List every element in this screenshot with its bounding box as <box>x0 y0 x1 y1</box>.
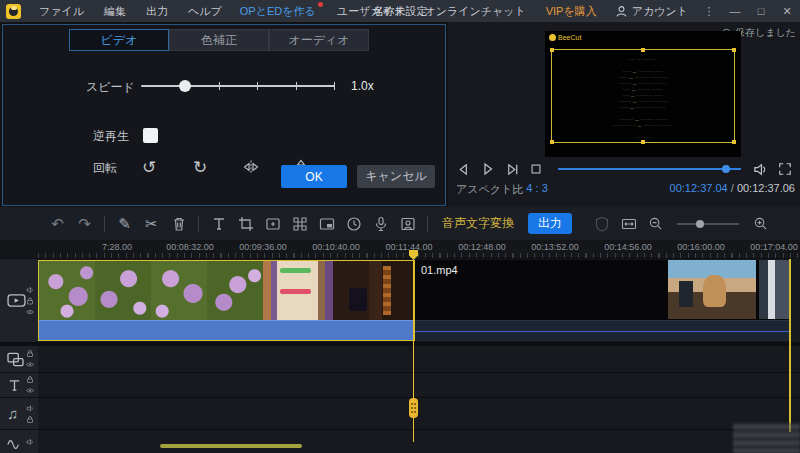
horizontal-scrollbar[interactable] <box>160 444 302 448</box>
ruler-label: 7:28.00 <box>102 242 132 252</box>
lock-track-icon[interactable] <box>26 350 34 358</box>
mute-track-icon[interactable] <box>26 438 34 446</box>
video-track-header <box>0 259 38 342</box>
overlay-track-header <box>0 346 38 372</box>
clip-edit-panel: ビデオ 色補正 オーディオ スピード 1.0x 逆再生 回転 ↺ ↻ OK キャ… <box>2 24 446 206</box>
mosaic-icon <box>292 216 308 232</box>
audio-waveform <box>39 320 414 340</box>
text-track-icon <box>7 378 22 393</box>
rotate-ccw-button[interactable]: ↺ <box>142 157 156 178</box>
mute-track-icon[interactable] <box>26 286 34 294</box>
fit-width-icon <box>621 216 637 232</box>
hide-track-icon[interactable] <box>26 308 34 316</box>
music-track-header: ♫ <box>0 398 38 429</box>
music-track[interactable]: ♫ <box>0 397 800 429</box>
zoom-in-button[interactable] <box>747 216 774 231</box>
timeline-zoom-slider[interactable] <box>677 223 739 225</box>
preview-panel: 保存しました BeeCut ···· ··· ········ ····· — … <box>448 22 800 207</box>
ok-button[interactable]: OK <box>281 165 347 188</box>
shield-icon <box>594 216 610 232</box>
overlay-track-icon <box>7 352 24 367</box>
crop-button[interactable] <box>232 216 259 232</box>
tab-video[interactable]: ビデオ <box>69 29 169 51</box>
speech-to-text-button[interactable]: 音声文字変換 <box>442 215 514 232</box>
video-clip-01mp4[interactable]: 01.mp4 <box>415 260 789 341</box>
edit-clip-button[interactable]: ✎ <box>111 216 138 231</box>
redo-button[interactable]: ↷ <box>71 216 98 231</box>
fullscreen-icon[interactable] <box>778 162 792 176</box>
video-preview[interactable]: BeeCut ···· ··· ········ ····· — ·······… <box>545 31 741 157</box>
overlay-track[interactable] <box>0 345 800 372</box>
undo-button[interactable]: ↶ <box>44 216 71 231</box>
ruler-label: 00:12:48.00 <box>458 242 506 252</box>
export-button[interactable]: 出力 <box>528 213 572 234</box>
duration-button[interactable] <box>340 216 367 232</box>
ruler-label: 00:13:52.00 <box>531 242 579 252</box>
voice-track[interactable] <box>0 429 800 453</box>
seek-bar[interactable] <box>558 168 741 170</box>
rotate-cw-button[interactable]: ↻ <box>193 157 207 178</box>
portrait-icon <box>400 216 416 232</box>
speed-slider[interactable] <box>141 85 335 87</box>
picture-in-picture-button[interactable] <box>313 216 340 232</box>
add-text-button[interactable] <box>205 216 232 232</box>
tab-color-correction[interactable]: 色補正 <box>169 29 269 51</box>
time-separator: / <box>731 182 734 194</box>
thumb-bright-scene <box>759 260 789 319</box>
protect-button[interactable] <box>588 216 615 232</box>
mosaic-button[interactable] <box>286 216 313 232</box>
audio-waveform-dim <box>415 320 789 341</box>
speed-tick <box>296 82 297 90</box>
reverse-checkbox[interactable] <box>143 128 158 143</box>
timeline-zoom-handle[interactable] <box>696 220 704 228</box>
thumb-flowers <box>207 261 263 320</box>
playhead-grip[interactable] <box>409 398 418 418</box>
volume-icon[interactable] <box>753 162 768 177</box>
clip-thumbnails <box>39 261 414 320</box>
hide-track-icon[interactable] <box>26 361 34 369</box>
lock-track-icon[interactable] <box>26 297 34 305</box>
speed-tick <box>219 82 220 90</box>
video-clip-selected[interactable] <box>38 260 415 341</box>
next-frame-button[interactable] <box>505 162 520 177</box>
zoom-region-button[interactable] <box>259 216 286 232</box>
ruler-label: 00:14:56.00 <box>604 242 652 252</box>
freeze-frame-button[interactable] <box>394 216 421 232</box>
fit-timeline-button[interactable] <box>615 216 642 232</box>
speed-slider-handle[interactable] <box>179 80 191 92</box>
seek-handle[interactable] <box>722 165 730 173</box>
previous-frame-button[interactable] <box>456 162 471 177</box>
trash-icon <box>171 216 187 232</box>
record-voice-button[interactable] <box>367 216 394 232</box>
document-title: 名称未設定 <box>0 4 800 19</box>
time-ruler[interactable]: 7:28.00 00:08:32.00 00:09:36.00 00:10:40… <box>0 240 800 258</box>
split-button[interactable]: ✂ <box>138 216 165 231</box>
zoom-out-button[interactable] <box>642 216 669 231</box>
text-track-header <box>0 373 38 397</box>
voice-track-header <box>0 430 38 453</box>
selection-handle[interactable] <box>550 48 554 52</box>
video-track[interactable]: 01.mp4 <box>0 258 800 342</box>
play-button[interactable] <box>480 161 496 177</box>
rotate-label: 回転 <box>93 160 117 177</box>
lock-track-icon[interactable] <box>26 415 34 423</box>
hide-track-icon[interactable] <box>26 387 34 395</box>
mute-track-icon[interactable] <box>26 404 34 412</box>
tab-audio[interactable]: オーディオ <box>269 29 369 51</box>
delete-button[interactable] <box>165 216 192 232</box>
lock-track-icon[interactable] <box>26 376 34 384</box>
selection-handle[interactable] <box>732 48 736 52</box>
time-total: 00:12:37.06 <box>737 182 795 194</box>
thumb-dark-room <box>333 261 414 320</box>
aspect-ratio-value[interactable]: 4 : 3 <box>526 182 547 197</box>
cancel-button[interactable]: キャンセル <box>357 165 435 188</box>
timeline: 7:28.00 00:08:32.00 00:09:36.00 00:10:40… <box>0 240 800 453</box>
beecut-app-window: ファイル 編集 出力 ヘルプ OPとEDを作る 名称未設定 ユーザガイド オンラ… <box>0 0 800 453</box>
aspect-ratio-label: アスペクト比 <box>456 182 523 197</box>
timeline-toolbar: ↶ ↷ ✎ ✂ 音声文字変換 出力 <box>0 207 800 240</box>
clock-icon <box>346 216 362 232</box>
flip-horizontal-button[interactable] <box>243 159 259 175</box>
selection-handle[interactable] <box>641 48 645 52</box>
stop-button[interactable] <box>529 162 543 176</box>
text-track[interactable] <box>0 372 800 397</box>
